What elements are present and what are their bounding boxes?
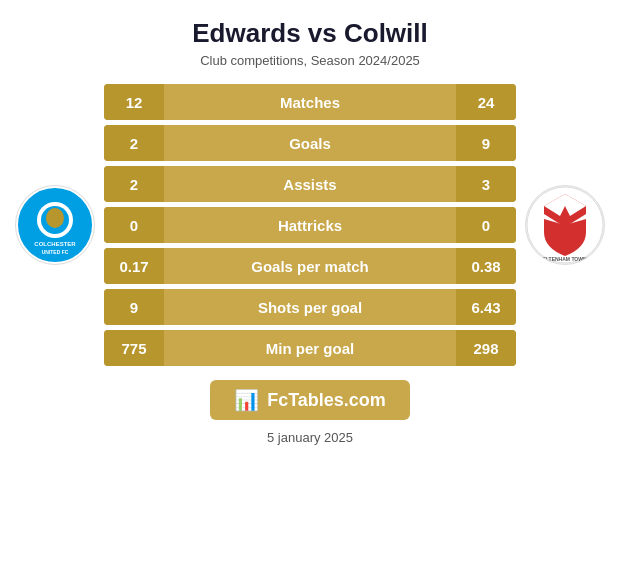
stat-right-value: 0.38 — [456, 248, 516, 284]
svg-text:UNITED FC: UNITED FC — [42, 249, 69, 255]
stat-row: 12Matches24 — [104, 84, 516, 120]
stat-label: Assists — [164, 176, 456, 193]
stat-row: 775Min per goal298 — [104, 330, 516, 366]
main-content: COLCHESTER UNITED FC 12Matches242Goals92… — [10, 84, 610, 366]
stat-row: 2Goals9 — [104, 125, 516, 161]
svg-text:CHELTENHAM TOWN FC: CHELTENHAM TOWN FC — [535, 256, 595, 262]
stat-label: Min per goal — [164, 340, 456, 357]
stat-right-value: 24 — [456, 84, 516, 120]
stat-left-value: 9 — [104, 289, 164, 325]
stat-right-value: 6.43 — [456, 289, 516, 325]
stat-row: 9Shots per goal6.43 — [104, 289, 516, 325]
stat-left-value: 0.17 — [104, 248, 164, 284]
stat-left-value: 12 — [104, 84, 164, 120]
watermark-icon: 📊 — [234, 388, 259, 412]
page-subtitle: Club competitions, Season 2024/2025 — [200, 53, 420, 68]
stat-row: 2Assists3 — [104, 166, 516, 202]
stat-row: 0Hattricks0 — [104, 207, 516, 243]
svg-text:COLCHESTER: COLCHESTER — [34, 241, 76, 247]
stat-left-value: 0 — [104, 207, 164, 243]
stats-area: 12Matches242Goals92Assists30Hattricks00.… — [104, 84, 516, 366]
stat-label: Matches — [164, 94, 456, 111]
stat-label: Goals per match — [164, 258, 456, 275]
stat-row: 0.17Goals per match0.38 — [104, 248, 516, 284]
stat-label: Shots per goal — [164, 299, 456, 316]
watermark-text: FcTables.com — [267, 390, 386, 411]
stat-left-value: 2 — [104, 166, 164, 202]
right-team-logo: CHELTENHAM TOWN FC — [520, 185, 610, 265]
cheltenham-logo: CHELTENHAM TOWN FC — [525, 185, 605, 265]
colchester-logo: COLCHESTER UNITED FC — [15, 185, 95, 265]
stat-right-value: 0 — [456, 207, 516, 243]
stat-label: Hattricks — [164, 217, 456, 234]
page-container: Edwards vs Colwill Club competitions, Se… — [0, 0, 620, 580]
stat-left-value: 2 — [104, 125, 164, 161]
stat-right-value: 9 — [456, 125, 516, 161]
left-team-logo: COLCHESTER UNITED FC — [10, 185, 100, 265]
stat-right-value: 3 — [456, 166, 516, 202]
stat-left-value: 775 — [104, 330, 164, 366]
stat-right-value: 298 — [456, 330, 516, 366]
page-title: Edwards vs Colwill — [192, 18, 428, 49]
stat-label: Goals — [164, 135, 456, 152]
watermark-box: 📊 FcTables.com — [210, 380, 410, 420]
date-text: 5 january 2025 — [267, 430, 353, 445]
